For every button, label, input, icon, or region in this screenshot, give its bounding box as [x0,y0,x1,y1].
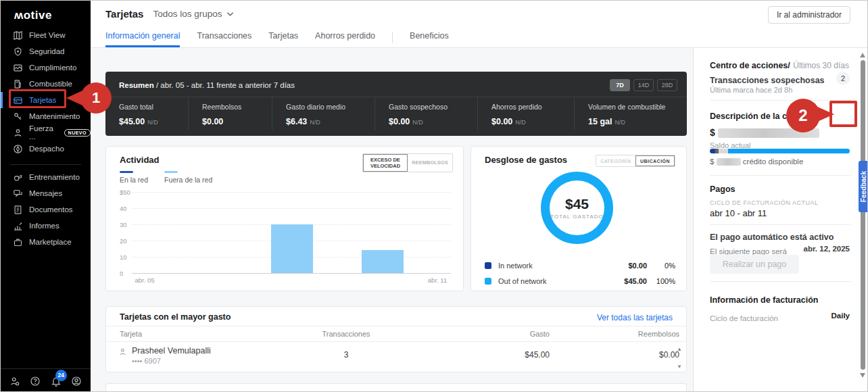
panel-divider [710,281,851,282]
y-tick: 0 [120,270,123,277]
nuevo-badge: NUEVO [64,129,91,137]
range-14d-button[interactable]: 14D [633,79,654,91]
admin-users-icon[interactable] [9,376,20,387]
metric-gasto-sospechoso: Gasto sospechoso $0.00N/D [375,97,477,130]
table-title: Tarjetas con el mayor gasto [120,312,231,322]
summary-title: Resumen / abr. 05 - abr. 11 frente a ant… [119,81,295,89]
sidebar-item-mensajes[interactable]: Mensajes [1,185,91,201]
toggle-reembolsos[interactable]: REEMBOLSOS [408,154,452,172]
vertical-scrollbar[interactable] [861,60,865,370]
legend-swatch [485,278,491,285]
billing-cycle-row: Ciclo de facturación Daily [710,312,850,324]
legend-fuera-de-la-red: Fuera de la red [164,171,212,184]
activity-card: Actividad EXCESO DE VELOCIDAD REEMBOLSOS… [105,146,464,291]
toggle-ubicacion[interactable]: UBICACIÓN [635,155,675,166]
y-tick: 10 [120,253,127,261]
group-selector-label: Todos los grupos [153,9,222,19]
page-header: Tarjetas Todos los grupos Ir al administ… [91,1,868,48]
account-balance: $ [710,126,850,139]
summary-metrics: Gasto total $45.00N/D Reembolsos $0.00 G… [105,97,687,130]
metric-gasto-total: Gasto total $45.00N/D [105,97,188,130]
spend-breakdown-title: Desglose de gastos [485,155,567,165]
scroll-down-arrow[interactable]: ▼ [677,364,682,370]
sidebar-item-mantenimiento[interactable]: Mantenimiento [1,108,91,124]
total-spend-value: $45 [565,196,589,212]
sidebar-item-marketplace[interactable]: Marketplace [1,234,91,250]
sidebar-item-documentos[interactable]: Documentos [1,201,91,218]
sidebar-item-entrenamiento[interactable]: Entrenamiento [1,169,91,185]
top-spend-cards-table: Tarjetas con el mayor gasto Ver todas la… [105,306,687,372]
card-last4: •••• 6907 [132,357,161,365]
help-icon[interactable] [30,376,41,387]
toggle-exceso-velocidad[interactable]: EXCESO DE VELOCIDAD [363,154,408,172]
range-7d-button[interactable]: 7D [610,79,630,91]
tab-tarjetas[interactable]: Tarjetas [268,31,298,47]
table-header-row: Tarjeta Transacciones Gasto Reembolsos [106,326,686,342]
sidebar-item-informes[interactable]: Informes [1,218,91,234]
breakdown-toggle: CATEGORÍA UBICACIÓN [596,155,675,167]
toggle-categoria[interactable]: CATEGORÍA [596,155,635,166]
bar-segment-used [710,149,715,153]
person-icon [118,347,127,359]
bar-segment-available [728,149,850,153]
account-icon[interactable] [71,376,82,387]
suspicious-transactions-row[interactable]: Transacciones sospechosas 2 [710,74,850,86]
range-toggle: 7D 14D 28D [610,79,677,91]
sidebar-item-label: Mensajes [29,189,62,197]
workforce-icon [13,128,23,138]
billing-cycle-caps-label: CICLO DE FACTURACIÓN ACTUAL [710,199,850,206]
sidebar-nav: Fleet View Seguridad Cumplimiento Combus… [1,27,91,250]
billing-cycle-dates: abr 10 - abr 11 [710,208,850,218]
bar-segment-other [719,149,728,153]
activity-toggle: EXCESO DE VELOCIDAD REEMBOLSOS [362,153,453,172]
sidebar-item-cumplimiento[interactable]: Cumplimiento [1,59,91,76]
tab-transacciones[interactable]: Transacciones [197,31,251,47]
tab-ahorros-perdido[interactable]: Ahorros perdido [315,31,375,47]
scrollbar-up-arrow[interactable] [860,53,865,57]
training-icon [13,172,23,182]
activity-legend: En la red Fuera de la red [120,171,212,184]
scroll-up-arrow[interactable]: ▲ [677,346,682,352]
legend-in-network: In network $0.00 0% [485,262,675,270]
cards-dashboard-page: ʍotive Fleet View Seguridad Cumplimiento… [0,0,868,392]
sidebar-item-label: Cumplimiento [29,64,76,72]
table-row[interactable]: Prasheel Vemulapalli •••• 6907 3 $45.00 … [106,342,686,372]
transactions-value: 3 [302,350,390,360]
compliance-icon [13,63,23,73]
panel-divider [710,224,851,225]
view-all-cards-link[interactable]: Ver todas las tarjetas [597,313,673,322]
chevron-down-icon [226,11,234,17]
group-selector[interactable]: Todos los grupos [153,9,234,19]
sidebar-item-fleet-view[interactable]: Fleet View [1,27,91,43]
reports-icon [13,221,23,231]
legend-dash [164,171,178,173]
sidebar-item-seguridad[interactable]: Seguridad [1,43,91,59]
sidebar-item-fuerza[interactable]: Fuerza ... NUEVO [1,124,91,141]
cardholder-name: Prasheel Vemulapalli [132,346,211,356]
go-to-admin-button[interactable]: Ir al administrador [768,6,850,24]
sidebar-item-label: Seguridad [29,47,64,55]
tab-bar: Información general Transacciones Tarjet… [105,31,449,47]
sidebar-item-despacho[interactable]: Despacho [1,141,91,157]
make-payment-button[interactable]: Realizar un pago [710,255,799,274]
activity-bar [362,250,404,273]
notifications-bell-icon[interactable]: 24 [51,376,62,387]
next-section-card-edge [105,383,687,392]
next-payment-date: abr. 12, 2025 [804,245,850,253]
activity-bar [271,224,313,273]
sidebar: ʍotive Fleet View Seguridad Cumplimiento… [1,1,91,392]
feedback-tab[interactable]: Feedback [859,161,868,212]
sidebar-item-label: Documentos [29,205,73,214]
action-center-title: Centro de acciones/ Últimos 30 días [710,59,850,71]
scrollbar-down-arrow[interactable] [860,373,865,378]
col-tarjeta: Tarjeta [120,330,142,338]
documents-icon [13,205,23,215]
col-reembolsos: Reembolsos [579,330,679,338]
tab-beneficios[interactable]: Beneficios [410,31,449,47]
range-28d-button[interactable]: 28D [657,79,677,91]
active-indicator [1,92,3,108]
fuel-icon [13,79,23,89]
sidebar-item-label: Despacho [29,145,64,153]
page-title: Tarjetas [105,8,143,20]
tab-informacion-general[interactable]: Información general [105,31,180,47]
